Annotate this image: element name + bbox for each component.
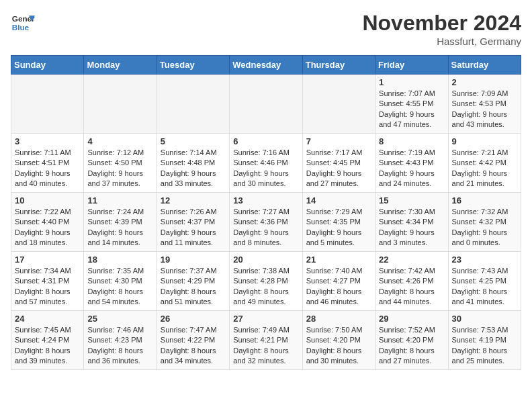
day-number: 15 bbox=[379, 195, 444, 205]
day-number: 26 bbox=[161, 314, 226, 324]
weekday-header-friday: Friday bbox=[375, 56, 448, 75]
day-info: Sunrise: 7:12 AM bbox=[87, 148, 152, 158]
day-info: Sunrise: 7:26 AM bbox=[161, 207, 226, 217]
day-info: Sunrise: 7:24 AM bbox=[87, 207, 152, 217]
calendar-table: SundayMondayTuesdayWednesdayThursdayFrid… bbox=[11, 55, 521, 370]
calendar-cell: 11Sunrise: 7:24 AMSunset: 4:39 PMDayligh… bbox=[84, 193, 157, 252]
calendar-cell: 23Sunrise: 7:43 AMSunset: 4:25 PMDayligh… bbox=[448, 252, 521, 311]
day-info: Daylight: 8 hours and 54 minutes. bbox=[87, 287, 152, 308]
day-info: Daylight: 9 hours and 14 minutes. bbox=[87, 228, 152, 248]
day-info: Sunset: 4:46 PM bbox=[233, 158, 298, 168]
day-info: Daylight: 8 hours and 36 minutes. bbox=[87, 346, 152, 367]
day-info: Daylight: 8 hours and 27 minutes. bbox=[379, 346, 444, 367]
location: Hassfurt, Germany bbox=[362, 36, 521, 47]
title-block: November 2024 Hassfurt, Germany bbox=[362, 11, 521, 47]
day-info: Daylight: 9 hours and 40 minutes. bbox=[15, 169, 80, 189]
day-info: Daylight: 8 hours and 39 minutes. bbox=[15, 346, 80, 367]
day-info: Sunset: 4:28 PM bbox=[233, 276, 298, 286]
day-number: 20 bbox=[233, 255, 298, 265]
day-number: 9 bbox=[452, 136, 517, 146]
day-info: Sunset: 4:32 PM bbox=[452, 217, 517, 227]
calendar-cell: 8Sunrise: 7:19 AMSunset: 4:43 PMDaylight… bbox=[375, 134, 448, 193]
calendar-cell: 6Sunrise: 7:16 AMSunset: 4:46 PMDaylight… bbox=[230, 134, 302, 193]
day-info: Sunset: 4:43 PM bbox=[379, 158, 444, 168]
weekday-header-wednesday: Wednesday bbox=[230, 56, 302, 75]
day-number: 10 bbox=[15, 195, 80, 205]
day-number: 4 bbox=[87, 136, 152, 146]
weekday-header-monday: Monday bbox=[84, 56, 157, 75]
calendar-cell bbox=[84, 75, 157, 134]
day-number: 28 bbox=[306, 314, 371, 324]
day-info: Sunset: 4:22 PM bbox=[161, 335, 226, 345]
calendar-cell: 30Sunrise: 7:53 AMSunset: 4:19 PMDayligh… bbox=[448, 311, 521, 370]
day-info: Sunrise: 7:37 AM bbox=[161, 266, 226, 276]
day-info: Sunrise: 7:49 AM bbox=[233, 325, 298, 335]
day-number: 16 bbox=[452, 195, 517, 205]
day-info: Daylight: 8 hours and 25 minutes. bbox=[452, 346, 517, 367]
day-info: Sunrise: 7:45 AM bbox=[15, 325, 80, 335]
calendar-cell: 7Sunrise: 7:17 AMSunset: 4:45 PMDaylight… bbox=[302, 134, 375, 193]
day-info: Daylight: 9 hours and 47 minutes. bbox=[379, 109, 444, 130]
day-info: Sunrise: 7:14 AM bbox=[161, 148, 226, 158]
day-info: Daylight: 9 hours and 33 minutes. bbox=[161, 169, 226, 189]
calendar-cell: 9Sunrise: 7:21 AMSunset: 4:42 PMDaylight… bbox=[448, 134, 521, 193]
day-info: Sunset: 4:26 PM bbox=[379, 276, 444, 286]
day-info: Sunrise: 7:52 AM bbox=[379, 325, 444, 335]
day-number: 1 bbox=[379, 77, 444, 87]
day-info: Sunrise: 7:32 AM bbox=[452, 207, 517, 217]
day-info: Sunrise: 7:17 AM bbox=[306, 148, 371, 158]
day-info: Sunset: 4:19 PM bbox=[452, 335, 517, 345]
day-info: Daylight: 8 hours and 34 minutes. bbox=[161, 346, 226, 367]
calendar-cell: 10Sunrise: 7:22 AMSunset: 4:40 PMDayligh… bbox=[11, 193, 84, 252]
day-info: Sunset: 4:39 PM bbox=[87, 217, 152, 227]
day-info: Sunset: 4:48 PM bbox=[161, 158, 226, 168]
day-info: Daylight: 9 hours and 3 minutes. bbox=[379, 228, 444, 248]
calendar-cell: 25Sunrise: 7:46 AMSunset: 4:23 PMDayligh… bbox=[84, 311, 157, 370]
day-number: 6 bbox=[233, 136, 298, 146]
day-info: Daylight: 8 hours and 57 minutes. bbox=[15, 287, 80, 308]
calendar-cell: 1Sunrise: 7:07 AMSunset: 4:55 PMDaylight… bbox=[375, 75, 448, 134]
calendar-cell: 22Sunrise: 7:42 AMSunset: 4:26 PMDayligh… bbox=[375, 252, 448, 311]
calendar-cell: 3Sunrise: 7:11 AMSunset: 4:51 PMDaylight… bbox=[11, 134, 84, 193]
calendar-cell: 17Sunrise: 7:34 AMSunset: 4:31 PMDayligh… bbox=[11, 252, 84, 311]
day-info: Sunrise: 7:22 AM bbox=[15, 207, 80, 217]
calendar-week-4: 17Sunrise: 7:34 AMSunset: 4:31 PMDayligh… bbox=[11, 252, 521, 311]
calendar-cell: 21Sunrise: 7:40 AMSunset: 4:27 PMDayligh… bbox=[302, 252, 375, 311]
calendar-cell bbox=[302, 75, 375, 134]
day-info: Sunset: 4:53 PM bbox=[452, 99, 517, 109]
day-info: Daylight: 9 hours and 11 minutes. bbox=[161, 228, 226, 248]
calendar-cell: 4Sunrise: 7:12 AMSunset: 4:50 PMDaylight… bbox=[84, 134, 157, 193]
calendar-cell: 29Sunrise: 7:52 AMSunset: 4:20 PMDayligh… bbox=[375, 311, 448, 370]
day-info: Sunset: 4:34 PM bbox=[379, 217, 444, 227]
day-info: Sunset: 4:45 PM bbox=[306, 158, 371, 168]
calendar-week-1: 1Sunrise: 7:07 AMSunset: 4:55 PMDaylight… bbox=[11, 75, 521, 134]
day-info: Sunset: 4:29 PM bbox=[161, 276, 226, 286]
day-number: 7 bbox=[306, 136, 371, 146]
day-info: Sunset: 4:21 PM bbox=[233, 335, 298, 345]
day-number: 23 bbox=[452, 255, 517, 265]
calendar-cell bbox=[230, 75, 302, 134]
day-info: Daylight: 8 hours and 49 minutes. bbox=[233, 287, 298, 308]
day-info: Sunrise: 7:27 AM bbox=[233, 207, 298, 217]
day-info: Daylight: 9 hours and 37 minutes. bbox=[87, 169, 152, 189]
day-info: Sunrise: 7:43 AM bbox=[452, 266, 517, 276]
day-info: Sunset: 4:40 PM bbox=[15, 217, 80, 227]
day-info: Sunset: 4:55 PM bbox=[379, 99, 444, 109]
day-info: Sunset: 4:37 PM bbox=[161, 217, 226, 227]
day-info: Sunset: 4:25 PM bbox=[452, 276, 517, 286]
calendar-week-3: 10Sunrise: 7:22 AMSunset: 4:40 PMDayligh… bbox=[11, 193, 521, 252]
weekday-header-tuesday: Tuesday bbox=[157, 56, 229, 75]
calendar-cell: 24Sunrise: 7:45 AMSunset: 4:24 PMDayligh… bbox=[11, 311, 84, 370]
day-number: 5 bbox=[161, 136, 226, 146]
calendar-cell: 19Sunrise: 7:37 AMSunset: 4:29 PMDayligh… bbox=[157, 252, 229, 311]
svg-text:Blue: Blue bbox=[12, 23, 30, 32]
day-number: 19 bbox=[161, 255, 226, 265]
day-info: Sunrise: 7:29 AM bbox=[306, 207, 371, 217]
day-info: Daylight: 9 hours and 21 minutes. bbox=[452, 169, 517, 189]
weekday-header-thursday: Thursday bbox=[302, 56, 375, 75]
day-info: Daylight: 8 hours and 30 minutes. bbox=[306, 346, 371, 367]
day-number: 24 bbox=[15, 314, 80, 324]
calendar-cell: 16Sunrise: 7:32 AMSunset: 4:32 PMDayligh… bbox=[448, 193, 521, 252]
calendar-cell: 20Sunrise: 7:38 AMSunset: 4:28 PMDayligh… bbox=[230, 252, 302, 311]
day-info: Sunrise: 7:07 AM bbox=[379, 89, 444, 99]
